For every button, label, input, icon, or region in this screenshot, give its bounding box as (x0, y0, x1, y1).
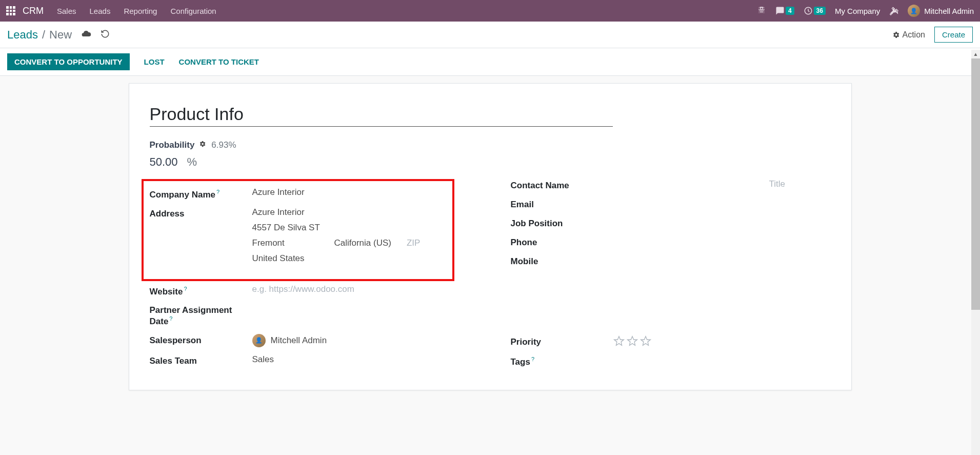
lost-button[interactable]: LOST (137, 53, 172, 70)
activities-icon[interactable]: 36 (804, 6, 826, 15)
discard-icon[interactable] (101, 29, 110, 41)
company-highlight-box: Company Name? Azure Interior Address Azu… (142, 179, 454, 281)
salesperson-label: Salesperson (150, 334, 252, 346)
nav-leads[interactable]: Leads (90, 7, 111, 15)
breadcrumb-bar: Leads / New Action Create (0, 22, 980, 48)
contact-name-label: Contact Name (511, 179, 644, 191)
probability-value[interactable]: 50.00 (150, 155, 178, 169)
website-field[interactable]: e.g. https://www.odoo.com (252, 284, 470, 294)
lead-name-input[interactable] (150, 104, 613, 127)
address-street-field[interactable]: 4557 De Silva ST (252, 223, 446, 233)
scroll-thumb[interactable] (971, 58, 980, 310)
breadcrumb-sep: / (42, 28, 45, 42)
star-icon[interactable] (627, 335, 638, 347)
priority-label: Priority (511, 335, 613, 347)
user-name: Mitchell Admin (924, 7, 974, 15)
salesperson-avatar-icon: 👤 (252, 334, 266, 347)
activities-badge: 36 (814, 7, 826, 15)
star-icon[interactable] (613, 335, 625, 347)
company-name-label: Company Name? (150, 187, 252, 200)
address-state-field[interactable]: California (US) (334, 238, 391, 248)
tools-icon[interactable] (889, 6, 898, 15)
company-switcher[interactable]: My Company (835, 7, 880, 15)
messages-icon[interactable]: 4 (775, 6, 794, 15)
probability-gear-icon[interactable] (198, 140, 206, 150)
brand-label[interactable]: CRM (23, 6, 44, 16)
sales-team-field[interactable]: Sales (252, 354, 470, 365)
company-name-field[interactable]: Azure Interior (252, 187, 446, 197)
convert-ticket-button[interactable]: CONVERT TO TICKET (172, 53, 266, 70)
salesperson-name: Mitchell Admin (271, 335, 327, 346)
breadcrumb-current: New (49, 28, 72, 42)
create-button[interactable]: Create (934, 27, 973, 43)
mobile-label: Mobile (511, 255, 613, 267)
nav-sales[interactable]: Sales (57, 7, 76, 15)
address-label: Address (150, 207, 252, 219)
address-city-field[interactable]: Fremont (252, 238, 319, 248)
address-country-field[interactable]: United States (252, 253, 446, 264)
tags-label: Tags? (511, 354, 613, 367)
form-sheet: Probability 6.93% 50.00 % Company Name? … (129, 83, 852, 390)
scroll-up-icon[interactable]: ▲ (971, 50, 980, 58)
breadcrumb-parent[interactable]: Leads (7, 28, 38, 42)
probability-label: Probability (150, 140, 195, 150)
star-icon[interactable] (640, 335, 651, 347)
percent-sign: % (187, 155, 197, 169)
probability-hint: 6.93% (211, 140, 236, 150)
priority-stars[interactable] (613, 335, 831, 347)
action-dropdown[interactable]: Action (892, 30, 925, 39)
job-position-label: Job Position (511, 217, 613, 229)
user-menu[interactable]: 👤 Mitchell Admin (908, 5, 974, 17)
messages-badge: 4 (786, 7, 794, 15)
apps-icon[interactable] (6, 6, 15, 15)
scrollbar[interactable]: ▲ (971, 50, 980, 411)
email-label: Email (511, 198, 613, 210)
nav-configuration[interactable]: Configuration (170, 7, 216, 15)
partner-assignment-label: Partner Assignment Date? (150, 304, 252, 327)
status-bar: CONVERT TO OPPORTUNITY LOST CONVERT TO T… (0, 48, 980, 76)
save-cloud-icon[interactable] (81, 29, 91, 41)
phone-label: Phone (511, 236, 613, 248)
address-zip-field[interactable]: ZIP (407, 238, 420, 248)
title-field[interactable]: Title (769, 179, 831, 189)
action-label: Action (903, 30, 925, 39)
top-nav: CRM Sales Leads Reporting Configuration … (0, 0, 980, 22)
salesperson-field[interactable]: 👤 Mitchell Admin (252, 334, 470, 347)
avatar-icon: 👤 (908, 5, 920, 17)
address-name-field[interactable]: Azure Interior (252, 207, 446, 217)
sales-team-label: Sales Team (150, 354, 252, 366)
nav-reporting[interactable]: Reporting (124, 7, 157, 15)
website-label: Website? (150, 284, 252, 297)
phone-icon[interactable] (757, 6, 766, 15)
convert-opportunity-button[interactable]: CONVERT TO OPPORTUNITY (7, 53, 130, 70)
